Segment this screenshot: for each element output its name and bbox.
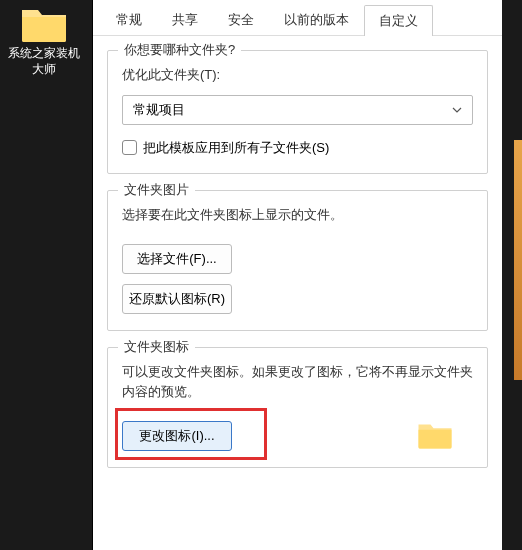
desktop-icon-label: 系统之家装机大师: [8, 46, 80, 77]
folder-icon-group: 文件夹图标 可以更改文件夹图标。如果更改了图标，它将不再显示文件夹内容的预览。 …: [107, 347, 488, 468]
folder-icon: [20, 4, 68, 44]
change-icon-button[interactable]: 更改图标(I)...: [122, 421, 232, 451]
icon-desc: 可以更改文件夹图标。如果更改了图标，它将不再显示文件夹内容的预览。: [122, 362, 473, 401]
tab-security[interactable]: 安全: [213, 4, 269, 35]
desktop-folder-shortcut[interactable]: 系统之家装机大师: [8, 0, 80, 77]
decorative-sidebar: [514, 140, 522, 380]
folder-preview-icon: [417, 420, 453, 450]
folder-type-group: 你想要哪种文件夹? 优化此文件夹(T): 常规项目 把此模板应用到所有子文件夹(…: [107, 50, 488, 174]
tab-general[interactable]: 常规: [101, 4, 157, 35]
folder-properties-dialog: 常规 共享 安全 以前的版本 自定义 你想要哪种文件夹? 优化此文件夹(T): …: [92, 0, 502, 550]
tab-previous-versions[interactable]: 以前的版本: [269, 4, 364, 35]
group-title: 你想要哪种文件夹?: [118, 41, 241, 59]
group-title: 文件夹图片: [118, 181, 195, 199]
group-title: 文件夹图标: [118, 338, 195, 356]
tab-sharing[interactable]: 共享: [157, 4, 213, 35]
choose-file-button[interactable]: 选择文件(F)...: [122, 244, 232, 274]
restore-default-button[interactable]: 还原默认图标(R): [122, 284, 232, 314]
tab-bar: 常规 共享 安全 以前的版本 自定义: [93, 0, 502, 36]
customize-panel: 你想要哪种文件夹? 优化此文件夹(T): 常规项目 把此模板应用到所有子文件夹(…: [93, 36, 502, 498]
picture-desc: 选择要在此文件夹图标上显示的文件。: [122, 205, 473, 225]
optimize-select[interactable]: 常规项目: [122, 95, 473, 125]
apply-subfolders-checkbox[interactable]: [122, 140, 137, 155]
chevron-down-icon: [452, 107, 462, 113]
apply-subfolders-label: 把此模板应用到所有子文件夹(S): [143, 139, 329, 157]
apply-subfolders-row[interactable]: 把此模板应用到所有子文件夹(S): [122, 139, 473, 157]
tab-customize[interactable]: 自定义: [364, 5, 433, 36]
folder-picture-group: 文件夹图片 选择要在此文件夹图标上显示的文件。 选择文件(F)... 还原默认图…: [107, 190, 488, 332]
select-value: 常规项目: [133, 101, 444, 119]
optimize-label: 优化此文件夹(T):: [122, 65, 473, 85]
